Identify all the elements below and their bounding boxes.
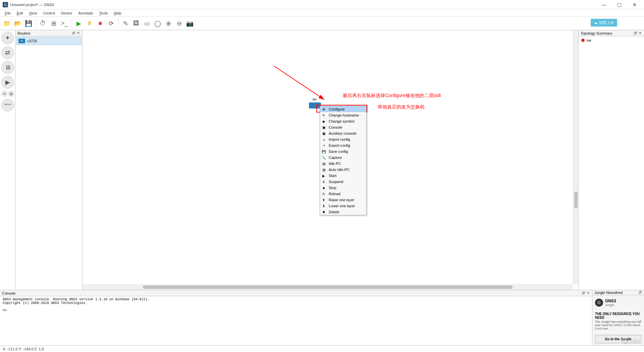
- panel-close-button[interactable]: ✕: [638, 31, 642, 35]
- menu-view[interactable]: View: [26, 10, 40, 16]
- menu-item-label: Change symbol: [329, 119, 354, 123]
- canvas-vscrollbar[interactable]: [573, 30, 578, 284]
- panel-close-button[interactable]: ✕: [586, 291, 590, 295]
- open-project-button[interactable]: 📂: [13, 18, 23, 29]
- reload-all-button[interactable]: ⟳: [106, 18, 116, 29]
- device-node-sw[interactable]: sw: [309, 102, 321, 108]
- device-label: sw: [312, 98, 316, 102]
- panel-undock-button[interactable]: 🗗: [633, 31, 637, 35]
- upload-badge[interactable]: ☁拍照上传: [591, 19, 617, 27]
- context-menu-item-save-config[interactable]: 💾Save config: [320, 148, 366, 155]
- annotate-ellipse-button[interactable]: ◯: [153, 18, 163, 29]
- context-menu-item-start[interactable]: ▶Start: [320, 173, 366, 179]
- context-menu-item-change-symbol[interactable]: ◆Change symbol: [320, 118, 366, 124]
- menu-control[interactable]: Control: [40, 10, 57, 16]
- context-menu-item-auto-idle-pc[interactable]: ▤Auto Idle-PC: [320, 167, 366, 173]
- jungle-panel-title: Jungle Newsfeed: [594, 291, 623, 295]
- panel-undock-button[interactable]: 🗗: [638, 291, 642, 295]
- topology-panel-title: Topology Summary: [581, 31, 612, 35]
- dock-security-button[interactable]: ▶: [1, 76, 14, 89]
- minimize-button[interactable]: —: [599, 2, 608, 7]
- dock-switches-button[interactable]: ⇄: [1, 46, 14, 59]
- context-menu-item-delete[interactable]: ✖Delete: [320, 209, 366, 215]
- jungle-brand-sub: Jungle: [605, 303, 616, 307]
- panel-close-button[interactable]: ✕: [76, 31, 80, 35]
- canvas[interactable]: sw ⚙Configure✎Change hostname◆Change sym…: [83, 30, 579, 290]
- menu-item-icon: ✖: [321, 210, 326, 214]
- watermark-text: 亿速云: [630, 339, 641, 344]
- new-project-button[interactable]: 📁: [2, 18, 12, 29]
- menu-item-label: Start: [329, 174, 336, 178]
- routers-panel: Routers 🗗 ✕ ✕ c3725: [15, 30, 83, 290]
- context-menu-item-export-config[interactable]: ↗Export config: [320, 142, 366, 148]
- dock-all-devices-button-2[interactable]: 🖥: [8, 91, 14, 97]
- dock-end-devices-button[interactable]: 🖥: [1, 61, 14, 74]
- context-menu-item-capture[interactable]: 🔍Capture: [320, 155, 366, 161]
- menu-file[interactable]: File: [2, 10, 13, 16]
- menu-item-label: Capture: [329, 156, 342, 160]
- menu-item-label: Suspend: [329, 180, 343, 184]
- context-menu-item-reload[interactable]: ↻Reload: [320, 191, 366, 197]
- pause-all-button[interactable]: ⏸: [85, 18, 95, 29]
- router-item-c3725[interactable]: ✕ c3725: [16, 37, 82, 45]
- panel-undock-button[interactable]: 🗗: [581, 291, 585, 295]
- console-output[interactable]: GNS3 management console. Running GNS3 ve…: [0, 296, 592, 345]
- dock-all-devices-button[interactable]: ✦: [1, 91, 7, 97]
- console-all-button[interactable]: >_: [59, 18, 69, 29]
- context-menu-item-auxiliary-console[interactable]: ▣Auxiliary console: [320, 130, 366, 136]
- topology-list: sw: [579, 36, 644, 290]
- menu-item-label: Auxiliary console: [329, 131, 357, 135]
- context-menu-item-configure[interactable]: ⚙Configure: [320, 106, 366, 112]
- svg-line-0: [274, 66, 324, 99]
- context-menu-item-stop[interactable]: ■Stop: [320, 185, 366, 191]
- maximize-button[interactable]: ▢: [614, 2, 624, 7]
- save-project-button[interactable]: 💾: [23, 18, 34, 29]
- router-item-label: c3725: [27, 39, 37, 43]
- menu-item-icon: ▤: [321, 167, 326, 172]
- device-dock: ✦ ⇄ 🖥 ▶ ✦ 🖥 〰: [0, 30, 15, 290]
- routers-panel-title: Routers: [17, 31, 31, 35]
- context-menu-item-lower-one-layer[interactable]: ⬇Lower one layer: [320, 203, 366, 209]
- menu-device[interactable]: Device: [58, 10, 75, 16]
- context-menu-item-suspend[interactable]: ⏸Suspend: [320, 179, 366, 185]
- annotate-image-button[interactable]: 🖼: [131, 18, 141, 29]
- topology-item-sw[interactable]: sw: [581, 38, 641, 43]
- console-panel-header: Console 🗗 ✕: [0, 290, 592, 296]
- stop-all-button[interactable]: ■: [95, 18, 105, 29]
- menu-item-label: Save config: [329, 149, 348, 153]
- snapshot-button[interactable]: ⏱: [38, 18, 48, 29]
- app-icon: G: [3, 2, 8, 7]
- jungle-panel-header: Jungle Newsfeed 🗗: [592, 290, 644, 295]
- context-menu-item-raise-one-layer[interactable]: ⬆Raise one layer: [320, 197, 366, 203]
- context-menu-item-import-config[interactable]: ↘Import config: [320, 136, 366, 142]
- menu-item-label: Stop: [329, 186, 336, 190]
- annotate-note-button[interactable]: ✎: [120, 18, 130, 29]
- dock-link-button[interactable]: 〰: [1, 99, 14, 112]
- menu-annotate[interactable]: Annotate: [75, 10, 96, 16]
- topology-item-label: sw: [587, 38, 591, 42]
- gns3-logo-icon: G: [595, 299, 603, 307]
- context-menu-item-console[interactable]: ▣Console: [320, 124, 366, 130]
- menu-item-label: Reload: [329, 192, 340, 196]
- menu-item-label: Idle-PC: [329, 162, 341, 166]
- menu-item-icon: ⚙: [321, 107, 326, 112]
- context-menu-item-change-hostname[interactable]: ✎Change hostname: [320, 112, 366, 118]
- menu-tools[interactable]: Tools: [97, 10, 111, 16]
- menu-item-label: Delete: [329, 210, 339, 214]
- panel-undock-button[interactable]: 🗗: [71, 31, 75, 35]
- canvas-hscrollbar[interactable]: [83, 284, 573, 290]
- screenshot-button[interactable]: 📷: [185, 18, 195, 29]
- start-all-button[interactable]: ▶: [74, 18, 84, 29]
- close-button[interactable]: ✕: [630, 2, 639, 7]
- menu-help[interactable]: Help: [111, 10, 124, 16]
- context-menu-item-idle-pc[interactable]: ▤Idle-PC: [320, 161, 366, 167]
- zoom-out-button[interactable]: ⊖: [174, 18, 184, 29]
- status-dot-stopped: [581, 39, 585, 42]
- zoom-in-button[interactable]: ⊕: [163, 18, 173, 29]
- menu-edit[interactable]: Edit: [14, 10, 26, 16]
- switch-icon: [309, 102, 321, 108]
- dock-routers-button[interactable]: ✦: [1, 32, 14, 44]
- show-interfaces-button[interactable]: ⊞: [49, 18, 59, 29]
- annotation-text-2: 将他真正的改为交换机: [378, 104, 425, 110]
- annotate-rect-button[interactable]: ▭: [142, 18, 152, 29]
